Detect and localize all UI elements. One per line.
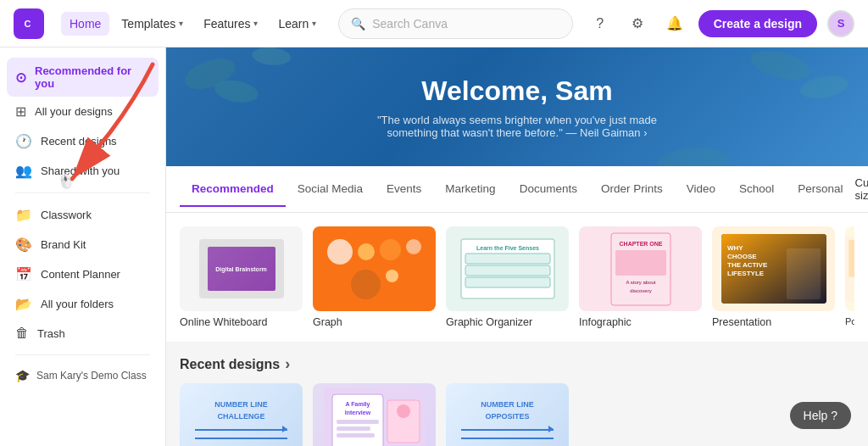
notifications-icon-btn[interactable]: 🔔 bbox=[661, 10, 688, 37]
line-el-2 bbox=[195, 438, 288, 439]
sidebar-item-all-designs[interactable]: ⊞ All your designs bbox=[7, 97, 159, 126]
sidebar-item-all-folders[interactable]: 📂 All your folders bbox=[7, 289, 159, 319]
svg-text:LIFESTYLE: LIFESTYLE bbox=[727, 270, 765, 277]
sidebar-item-demo-class[interactable]: 🎓 Sam Kary's Demo Class bbox=[7, 362, 159, 389]
features-chevron-icon: ▾ bbox=[253, 19, 258, 28]
nav-templates[interactable]: Templates ▾ bbox=[113, 12, 192, 36]
nb-opp-label-2: OPPOSITES bbox=[485, 412, 529, 421]
recent-card-bicolor1[interactable]: NUMBER LINE CHALLENGE Bicolor Opposite N… bbox=[180, 383, 303, 446]
tab-recommended[interactable]: Recommended bbox=[180, 172, 286, 207]
line-arrow-3 bbox=[548, 426, 554, 432]
search-bar[interactable]: 🔍 Search Canva bbox=[338, 8, 573, 39]
sidebar-item-classwork[interactable]: 📁 Classwork bbox=[7, 200, 159, 230]
graph-circles bbox=[313, 232, 436, 306]
svg-text:THE ACTIVE: THE ACTIVE bbox=[727, 261, 768, 269]
sidebar-item-shared[interactable]: 👥 Shared with you bbox=[7, 156, 159, 186]
recent-card-bicolor2[interactable]: NUMBER LINE OPPOSITES Bicolor Opposite N… bbox=[446, 383, 569, 446]
recent-card-family[interactable]: A Family Interview Hand-drawn Family Int… bbox=[313, 383, 436, 446]
demo-class-label: Sam Kary's Demo Class bbox=[36, 370, 147, 382]
card-infographic[interactable]: CHAPTER ONE A story about discovery Info… bbox=[579, 226, 702, 328]
sidebar-item-content-planner[interactable]: 📅 Content Planner bbox=[7, 259, 159, 289]
classwork-icon: 📁 bbox=[15, 207, 32, 223]
recent-section: Recent designs › NUMBER LINE CHALLENGE bbox=[166, 342, 868, 446]
sidebar-item-recent[interactable]: 🕐 Recent designs bbox=[7, 126, 159, 156]
sidebar-all-designs-label: All your designs bbox=[35, 105, 113, 118]
tab-social-media[interactable]: Social Media bbox=[286, 172, 375, 207]
svg-rect-10 bbox=[465, 254, 550, 264]
poster-svg: Poster bbox=[845, 231, 854, 306]
banner-content: Welcome, Sam "The world always seems bri… bbox=[364, 75, 670, 139]
sidebar-brand-kit-label: Brand Kit bbox=[41, 238, 86, 251]
sidebar-item-brand-kit[interactable]: 🎨 Brand Kit bbox=[7, 230, 159, 259]
circle-4 bbox=[406, 239, 421, 254]
card-label-organizer: Graphic Organizer bbox=[446, 316, 569, 328]
circle-6 bbox=[386, 270, 398, 282]
recent-title-arrow[interactable]: › bbox=[285, 355, 290, 373]
share-icon: 👥 bbox=[15, 163, 32, 179]
nav-learn[interactable]: Learn ▾ bbox=[270, 12, 325, 36]
whiteboard-inner: Digital Brainstorm bbox=[208, 247, 275, 291]
line-el-4 bbox=[461, 438, 554, 439]
recent-card-inner-bicolor2: NUMBER LINE OPPOSITES bbox=[446, 383, 569, 446]
custom-size-option[interactable]: Custom size bbox=[855, 166, 868, 212]
presentation-svg: WHY CHOOSE THE ACTIVE LIFESTYLE bbox=[719, 231, 829, 306]
sidebar-classwork-label: Classwork bbox=[41, 209, 92, 221]
header-actions: ? ⚙ 🔔 Create a design S bbox=[587, 10, 854, 37]
sidebar-recommended-label: Recommended for you bbox=[35, 64, 150, 90]
sidebar-item-recommended[interactable]: ⊙ Recommended for you bbox=[7, 58, 159, 97]
recent-thumb-family: A Family Interview bbox=[313, 383, 436, 446]
svg-point-7 bbox=[656, 144, 728, 166]
clock-icon: 🕐 bbox=[15, 133, 32, 149]
tab-events[interactable]: Events bbox=[375, 172, 433, 207]
help-icon-btn[interactable]: ? bbox=[587, 10, 614, 37]
nb-label-1: NUMBER LINE bbox=[214, 400, 268, 409]
tab-documents[interactable]: Documents bbox=[508, 172, 589, 207]
nav-home[interactable]: Home bbox=[61, 12, 109, 36]
calendar-icon: 📅 bbox=[15, 266, 32, 282]
sidebar-item-trash[interactable]: 🗑 Trash bbox=[7, 319, 159, 348]
tab-marketing[interactable]: Marketing bbox=[433, 172, 507, 207]
create-design-button[interactable]: Create a design bbox=[698, 10, 817, 37]
sidebar-divider-1 bbox=[15, 192, 150, 193]
tab-video[interactable]: Video bbox=[675, 172, 727, 207]
sidebar-divider-2 bbox=[15, 354, 150, 355]
svg-rect-11 bbox=[465, 265, 550, 276]
templates-chevron-icon: ▾ bbox=[179, 19, 183, 28]
circle-3 bbox=[380, 239, 401, 260]
settings-icon-btn[interactable]: ⚙ bbox=[624, 10, 651, 37]
trash-icon: 🗑 bbox=[15, 326, 29, 341]
svg-point-6 bbox=[252, 47, 292, 67]
nav-features[interactable]: Features ▾ bbox=[195, 12, 266, 36]
svg-text:Interview: Interview bbox=[344, 410, 370, 415]
home-icon: ⊙ bbox=[15, 70, 26, 86]
canva-logo[interactable]: C bbox=[14, 8, 44, 39]
demo-class-icon: 🎓 bbox=[15, 369, 30, 382]
tab-school[interactable]: School bbox=[727, 172, 786, 207]
avatar[interactable]: S bbox=[827, 10, 854, 37]
sidebar-all-folders-label: All your folders bbox=[41, 298, 114, 310]
nb-label-2: CHALLENGE bbox=[218, 412, 265, 421]
svg-rect-15 bbox=[615, 250, 666, 276]
organizer-svg: Learn the Five Senses bbox=[457, 235, 559, 303]
sidebar-trash-label: Trash bbox=[37, 327, 65, 340]
recent-thumb-bicolor1: NUMBER LINE CHALLENGE bbox=[180, 383, 303, 446]
card-online-whiteboard[interactable]: Digital Brainstorm Online Whiteboard bbox=[180, 226, 303, 328]
card-graphic-organizer[interactable]: Learn the Five Senses Graphic Organizer bbox=[446, 226, 569, 328]
sidebar-shared-label: Shared with you bbox=[41, 164, 120, 177]
laptop-screen: Digital Brainstorm bbox=[208, 247, 275, 291]
card-graph[interactable]: Graph bbox=[313, 226, 436, 328]
svg-text:A story about: A story about bbox=[626, 280, 655, 285]
card-poster[interactable]: Poster Poster bbox=[845, 226, 854, 328]
tab-personal[interactable]: Personal bbox=[786, 172, 854, 207]
welcome-quote: "The world always seems brighter when yo… bbox=[364, 114, 670, 139]
card-presentation[interactable]: WHY CHOOSE THE ACTIVE LIFESTYLE Presenta… bbox=[712, 226, 835, 328]
card-thumb-organizer: Learn the Five Senses bbox=[446, 226, 569, 311]
help-button[interactable]: Help ? bbox=[790, 402, 851, 429]
welcome-banner: Welcome, Sam "The world always seems bri… bbox=[166, 47, 868, 166]
tab-order-prints[interactable]: Order Prints bbox=[589, 172, 675, 207]
svg-text:WHY: WHY bbox=[727, 244, 743, 252]
nb-opp-label-1: NUMBER LINE bbox=[481, 400, 534, 409]
infographic-svg: CHAPTER ONE A story about discovery bbox=[607, 229, 675, 309]
learn-chevron-icon: ▾ bbox=[312, 19, 316, 28]
folder-icon: 📂 bbox=[15, 296, 32, 312]
